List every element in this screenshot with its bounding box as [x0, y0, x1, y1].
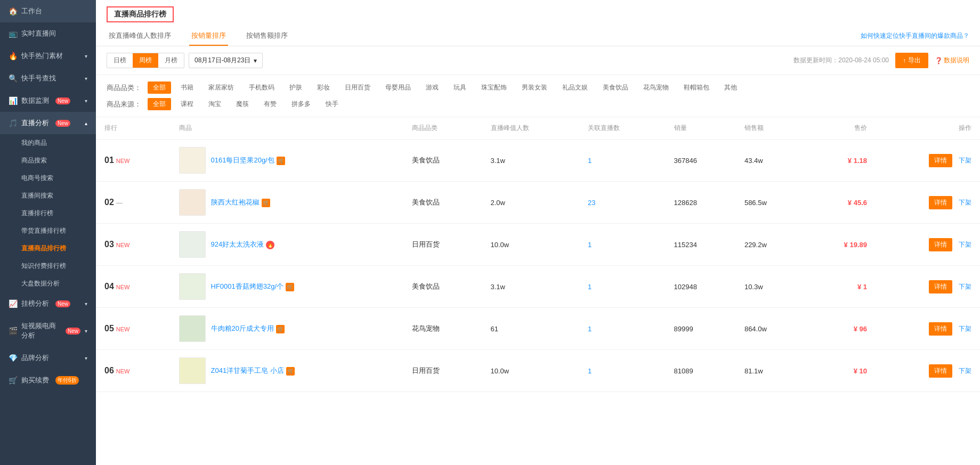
- question-icon: ❓: [935, 57, 943, 64]
- sidebar-item-live-product-ranking[interactable]: 直播商品排行榜: [21, 240, 96, 257]
- filter-tag-daily[interactable]: 日用百货: [339, 81, 376, 94]
- detail-button[interactable]: 详情: [929, 364, 952, 378]
- filter-tag-baby[interactable]: 母婴用品: [380, 81, 416, 94]
- help-link[interactable]: 如何快速定位快手直播间的爆款商品？: [861, 32, 969, 39]
- revenue-cell: 43.4w: [736, 140, 805, 182]
- filter-tag-others[interactable]: 其他: [719, 81, 742, 94]
- table-row: 01NEW 0161每日坚果20g/包🛒 美食饮品 3.1w 1 367846 …: [96, 140, 980, 182]
- tab-sales[interactable]: 按销量排序: [189, 27, 228, 46]
- detail-button[interactable]: 详情: [929, 154, 952, 167]
- unlist-button[interactable]: 下架: [959, 325, 971, 332]
- sidebar-item-data-monitor[interactable]: 📊 数据监测 New ▾: [0, 89, 96, 112]
- filter-tag-makeup[interactable]: 彩妆: [312, 81, 335, 94]
- data-desc-link[interactable]: ❓ 数据说明: [935, 56, 969, 65]
- product-name-link[interactable]: 牛肉粮20斤成犬专用: [211, 324, 274, 332]
- filter-tag-gifts[interactable]: 礼品文娱: [557, 81, 593, 94]
- unlist-button[interactable]: 下架: [959, 367, 971, 374]
- unlist-button[interactable]: 下架: [959, 157, 971, 164]
- arrow-icon: ▾: [85, 355, 87, 361]
- filter-tag-digital[interactable]: 手机数码: [244, 81, 280, 94]
- sidebar-item-knowledge-ranking[interactable]: 知识付费排行榜: [21, 257, 96, 275]
- product-name-link[interactable]: HF0001香菇烤翅32g/个: [211, 282, 284, 290]
- filter-tag-mokua[interactable]: 魔筷: [231, 98, 254, 110]
- filter-tag-course[interactable]: 课程: [175, 98, 199, 110]
- rank-cell: 05NEW: [96, 308, 171, 350]
- unlist-button[interactable]: 下架: [959, 241, 971, 248]
- filter-tag-skincare[interactable]: 护肤: [284, 81, 307, 94]
- sales-cell: 128628: [666, 182, 736, 224]
- filter-tag-kuaishou[interactable]: 快手: [320, 98, 344, 110]
- sidebar-item-hot-ranking[interactable]: 📈 挂榜分析 New ▾: [0, 292, 96, 315]
- filter-tag-home[interactable]: 家居家纺: [203, 81, 239, 94]
- category-filter-row: 商品品类： 全部 书籍 家居家纺 手机数码 护肤 彩妆 日用百货 母婴用品 游戏…: [107, 81, 969, 94]
- btn-daily[interactable]: 日榜: [107, 53, 133, 68]
- product-cell: 0161每日坚果20g/包🛒: [171, 140, 404, 182]
- sidebar-item-live-monitor[interactable]: 📺 实时直播间: [0, 22, 96, 45]
- filter-tag-toys[interactable]: 玩具: [448, 81, 472, 94]
- filter-tag-food[interactable]: 美食饮品: [597, 81, 634, 94]
- search-icon: 🔍: [9, 74, 17, 83]
- filter-tag-shoes[interactable]: 鞋帽箱包: [678, 81, 715, 94]
- sidebar-item-my-products[interactable]: 我的商品: [21, 134, 96, 152]
- tab-peak-viewers[interactable]: 按直播峰值人数排序: [107, 27, 173, 46]
- sales-cell: 89999: [666, 308, 736, 350]
- detail-button[interactable]: 详情: [929, 280, 952, 293]
- filter-tag-all-cat[interactable]: 全部: [148, 81, 171, 94]
- sales-cell: 81089: [666, 350, 736, 392]
- sidebar-item-big-data[interactable]: 大盘数据分析: [21, 275, 96, 292]
- arrow-icon: ▾: [85, 98, 87, 104]
- sidebar-item-ecommerce-search[interactable]: 电商号搜索: [21, 169, 96, 187]
- col-action: 操作: [876, 117, 980, 140]
- action-cell: 详情 下架: [876, 266, 980, 308]
- filter-tag-pets[interactable]: 花鸟宠物: [638, 81, 674, 94]
- filter-tag-clothing[interactable]: 男装女装: [516, 81, 553, 94]
- filter-tag-books[interactable]: 书籍: [175, 81, 199, 94]
- filter-tag-jewelry[interactable]: 珠宝配饰: [476, 81, 512, 94]
- action-cell: 详情 下架: [876, 224, 980, 266]
- btn-monthly[interactable]: 月榜: [158, 53, 184, 68]
- price-cell: ¥ 1: [805, 266, 876, 308]
- sidebar-item-product-search[interactable]: 商品搜索: [21, 152, 96, 169]
- col-revenue: 销售额: [736, 117, 805, 140]
- filter-tag-pinduoduo[interactable]: 拼多多: [286, 98, 316, 110]
- date-picker[interactable]: 08月17日-08月23日 ▾: [189, 53, 263, 68]
- sidebar: 🏠 工作台 📺 实时直播间 🔥 快手热门素材 ▾ 🔍 快手号查找 ▾ 📊 数据监…: [0, 0, 96, 465]
- export-button[interactable]: ↑ 导出: [895, 53, 928, 68]
- sidebar-item-live-search[interactable]: 直播间搜索: [21, 187, 96, 205]
- sidebar-item-live-analysis[interactable]: 🎵 直播分析 New ▴: [0, 112, 96, 134]
- tab-revenue[interactable]: 按销售额排序: [244, 27, 290, 46]
- sidebar-item-live-goods-ranking[interactable]: 带货直播排行榜: [21, 222, 96, 240]
- filter-tag-youzan[interactable]: 有赞: [258, 98, 282, 110]
- toolbar-right: 数据更新时间：2020-08-24 05:00 ↑ 导出 ❓ 数据说明: [793, 53, 969, 68]
- table-row: 04NEW HF0001香菇烤翅32g/个🛒 美食饮品 3.1w 1 10294…: [96, 266, 980, 308]
- table-row: 06NEW Z041洋甘菊手工皂 小店🛒 日用百货 10.0w 1 81089 …: [96, 350, 980, 392]
- product-name-link[interactable]: Z041洋甘菊手工皂 小店: [211, 366, 284, 374]
- detail-button[interactable]: 详情: [929, 196, 952, 209]
- sidebar-item-live-ranking[interactable]: 直播排行榜: [21, 205, 96, 222]
- filter-tag-all-src[interactable]: 全部: [148, 98, 171, 110]
- sidebar-item-buy-vip[interactable]: 🛒 购买续费 年付6折: [0, 369, 96, 391]
- filter-tag-games[interactable]: 游戏: [420, 81, 444, 94]
- unlist-button[interactable]: 下架: [959, 283, 971, 290]
- sidebar-item-workbench[interactable]: 🏠 工作台: [0, 0, 96, 22]
- product-thumbnail: [179, 189, 206, 216]
- rank-cell: 04NEW: [96, 266, 171, 308]
- home-icon: 🏠: [9, 7, 17, 15]
- unlist-button[interactable]: 下架: [959, 199, 971, 206]
- video-icon: 🎬: [9, 327, 17, 335]
- product-name-link[interactable]: 0161每日坚果20g/包: [211, 156, 274, 164]
- category-cell: 日用百货: [403, 224, 482, 266]
- detail-button[interactable]: 详情: [929, 238, 952, 251]
- filter-tag-taobao[interactable]: 淘宝: [203, 98, 226, 110]
- sidebar-item-find-account[interactable]: 🔍 快手号查找 ▾: [0, 67, 96, 89]
- product-cell: Z041洋甘菊手工皂 小店🛒: [171, 350, 404, 392]
- sidebar-item-brand-analysis[interactable]: 💎 品牌分析 ▾: [0, 347, 96, 369]
- detail-button[interactable]: 详情: [929, 322, 952, 336]
- sidebar-item-hot-material[interactable]: 🔥 快手热门素材 ▾: [0, 45, 96, 67]
- btn-weekly[interactable]: 周榜: [133, 53, 158, 68]
- product-name-link[interactable]: 924好太太洗衣液: [211, 240, 264, 248]
- arrow-icon: ▾: [85, 301, 87, 307]
- sidebar-item-short-video[interactable]: 🎬 短视频电商分析 New ▾: [0, 315, 96, 347]
- product-cell: 牛肉粮20斤成犬专用🛒: [171, 308, 404, 350]
- product-name-link[interactable]: 陕西大红袍花椒: [211, 198, 260, 206]
